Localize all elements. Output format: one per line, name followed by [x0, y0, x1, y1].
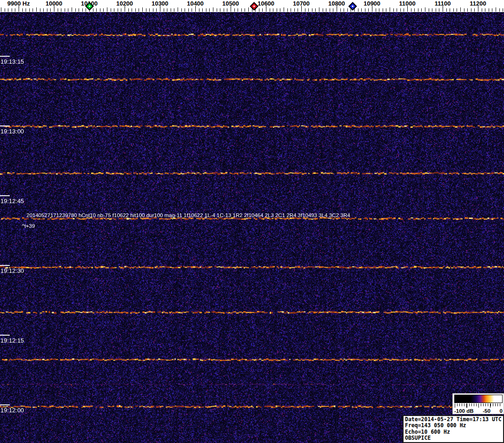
- freq-tick: [206, 8, 206, 12]
- scale-label-min: -100 dB: [454, 408, 474, 414]
- freq-tick: [298, 8, 298, 12]
- freq-tick: [139, 8, 139, 12]
- freq-tick: [319, 7, 319, 12]
- freq-label: 11100: [435, 0, 451, 7]
- freq-tick: [245, 8, 245, 12]
- freq-tick: [202, 8, 203, 12]
- spectrogram-window: 9900 Hz100001010010200103001040010500106…: [0, 0, 504, 443]
- freq-tick: [457, 8, 457, 12]
- freq-marker-blue-icon[interactable]: [348, 2, 357, 10]
- freq-tick: [238, 8, 238, 12]
- freq-tick: [383, 8, 383, 12]
- freq-tick: [344, 8, 344, 12]
- freq-tick: [326, 8, 326, 12]
- freq-tick: [188, 8, 189, 12]
- freq-tick: [33, 8, 33, 12]
- info-observer: OBSUPICE: [405, 435, 502, 441]
- freq-tick: [400, 8, 401, 12]
- freq-tick: [149, 8, 150, 12]
- station-info-box: Date=2014-05-27 Time=17:13 UTC Freq=143 …: [403, 415, 504, 443]
- freq-tick: [262, 8, 263, 12]
- scale-label-max: 0: [500, 408, 503, 414]
- freq-label: 10200: [116, 0, 133, 7]
- freq-tick: [192, 8, 192, 12]
- scale-tick-marks: [455, 403, 502, 408]
- freq-tick: [36, 7, 37, 12]
- waterfall-spectrogram[interactable]: [0, 12, 504, 443]
- freq-tick: [22, 8, 23, 12]
- freq-tick: [224, 8, 224, 12]
- freq-tick: [270, 8, 270, 12]
- freq-tick: [68, 8, 68, 12]
- time-label: 19:12:45: [0, 198, 24, 205]
- freq-tick: [135, 8, 136, 12]
- freq-tick: [259, 8, 259, 12]
- freq-tick: [284, 7, 284, 12]
- freq-tick: [40, 8, 40, 12]
- freq-tick: [220, 8, 220, 12]
- freq-label: 10300: [152, 0, 168, 7]
- freq-tick: [248, 7, 249, 12]
- freq-tick: [315, 8, 316, 12]
- freq-tick: [421, 8, 422, 12]
- freq-tick: [72, 7, 72, 12]
- freq-tick: [58, 8, 58, 12]
- freq-tick: [100, 8, 100, 12]
- frequency-ruler[interactable]: 9900 Hz100001010010200103001040010500106…: [0, 0, 504, 12]
- freq-tick: [361, 8, 362, 12]
- freq-tick: [489, 8, 489, 12]
- freq-tick: [234, 8, 235, 12]
- freq-tick: [365, 8, 365, 12]
- freq-tick: [153, 8, 153, 12]
- info-frequency: Freq=143 050 000 Hz: [405, 423, 502, 429]
- freq-tick: [50, 8, 51, 12]
- freq-marker-red-icon[interactable]: [250, 2, 258, 10]
- freq-tick: [96, 8, 97, 12]
- freq-tick: [358, 8, 358, 12]
- freq-label: 10400: [187, 0, 204, 7]
- freq-tick: [312, 8, 312, 12]
- freq-tick: [164, 8, 164, 12]
- freq-tick: [291, 8, 291, 12]
- freq-tick: [156, 8, 157, 12]
- freq-tick: [82, 8, 83, 12]
- freq-tick: [61, 8, 61, 12]
- freq-tick: [65, 8, 65, 12]
- freq-tick: [241, 8, 242, 12]
- freq-tick: [146, 8, 146, 12]
- freq-tick: [376, 8, 376, 12]
- freq-tick: [217, 8, 217, 12]
- info-date-time: Date=2014-05-27 Time=17:13 UTC: [405, 417, 502, 423]
- freq-tick: [330, 8, 330, 12]
- freq-tick: [15, 8, 15, 12]
- freq-tick: [107, 7, 107, 12]
- freq-label: 10800: [328, 0, 345, 7]
- freq-label: 10000: [46, 0, 62, 7]
- freq-tick: [280, 8, 280, 12]
- freq-tick: [273, 8, 273, 12]
- freq-tick: [5, 8, 5, 12]
- freq-label: 11000: [399, 0, 415, 7]
- freq-tick: [418, 8, 418, 12]
- freq-tick: [178, 7, 178, 12]
- time-tick: [0, 126, 10, 126]
- freq-tick: [305, 8, 305, 12]
- freq-tick: [432, 8, 432, 12]
- freq-tick: [174, 8, 174, 12]
- freq-tick: [167, 8, 167, 12]
- freq-label: 11200: [470, 0, 486, 7]
- freq-tick: [429, 8, 429, 12]
- freq-tick: [185, 8, 185, 12]
- time-label: 19:13:15: [0, 59, 24, 65]
- freq-tick: [75, 8, 76, 12]
- freq-tick: [277, 8, 277, 12]
- time-tick: [0, 195, 10, 196]
- time-label: 19:12:30: [0, 268, 24, 274]
- freq-tick: [379, 8, 379, 12]
- freq-tick: [128, 8, 129, 12]
- freq-tick: [467, 8, 468, 12]
- meteor-hit-annotation: 20140527171239780 hCnt10 nb-75 f10622 hi…: [27, 212, 350, 218]
- marker-center-dot: [88, 5, 90, 7]
- scale-label-mid: -50: [483, 408, 491, 414]
- freq-tick: [404, 8, 404, 12]
